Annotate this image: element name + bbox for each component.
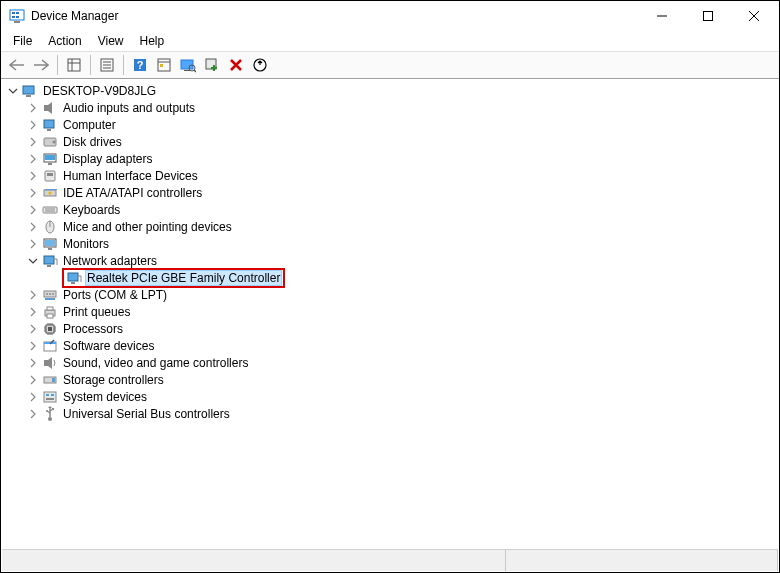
chevron-right-icon[interactable]	[26, 305, 40, 319]
add-hardware-button[interactable]	[201, 54, 223, 76]
tree-category[interactable]: Network adapters	[2, 252, 778, 269]
scan-hardware-button[interactable]	[177, 54, 199, 76]
chevron-right-icon[interactable]	[26, 169, 40, 183]
svg-point-41	[49, 191, 52, 194]
ports-icon	[42, 287, 58, 303]
properties-button[interactable]	[96, 54, 118, 76]
svg-rect-77	[52, 408, 54, 410]
storage-icon	[42, 372, 58, 388]
svg-rect-49	[45, 240, 55, 246]
svg-rect-5	[14, 21, 20, 23]
back-button[interactable]	[6, 54, 28, 76]
chevron-right-icon[interactable]	[26, 118, 40, 132]
category-label: Disk drives	[62, 135, 123, 149]
toolbar-separator	[57, 55, 58, 75]
svg-rect-7	[704, 12, 713, 21]
audio-icon	[42, 100, 58, 116]
chevron-right-icon[interactable]	[26, 203, 40, 217]
chevron-right-icon[interactable]	[26, 407, 40, 421]
help-button[interactable]: ?	[129, 54, 151, 76]
maximize-button[interactable]	[685, 1, 731, 31]
menu-action[interactable]: Action	[40, 32, 89, 50]
tree-category[interactable]: Processors	[2, 320, 778, 337]
status-bar	[2, 549, 778, 571]
chevron-right-icon[interactable]	[26, 373, 40, 387]
monitor-icon	[42, 236, 58, 252]
device-tree[interactable]: DESKTOP-V9D8JLGAudio inputs and outputsC…	[2, 80, 778, 542]
highlight-box: Realtek PCIe GBE Family Controller	[62, 268, 285, 288]
tree-root[interactable]: DESKTOP-V9D8JLG	[2, 82, 778, 99]
svg-rect-42	[45, 189, 57, 190]
tree-category[interactable]: IDE ATA/ATAPI controllers	[2, 184, 778, 201]
chevron-right-icon[interactable]	[26, 339, 40, 353]
software-icon	[42, 338, 58, 354]
action-button[interactable]	[153, 54, 175, 76]
tree-category[interactable]: Human Interface Devices	[2, 167, 778, 184]
show-hide-tree-button[interactable]	[63, 54, 85, 76]
tree-category[interactable]: Keyboards	[2, 201, 778, 218]
svg-rect-21	[160, 64, 163, 67]
svg-rect-59	[45, 298, 55, 300]
svg-rect-22	[181, 60, 193, 69]
close-button[interactable]	[731, 1, 777, 31]
update-driver-button[interactable]	[249, 54, 271, 76]
tree-category[interactable]: Ports (COM & LPT)	[2, 286, 778, 303]
svg-rect-64	[48, 327, 52, 331]
tree-category[interactable]: Computer	[2, 116, 778, 133]
processor-icon	[42, 321, 58, 337]
menu-file[interactable]: File	[5, 32, 40, 50]
svg-line-25	[194, 70, 196, 72]
chevron-right-icon[interactable]	[26, 237, 40, 251]
tree-device[interactable]: Realtek PCIe GBE Family Controller	[2, 269, 778, 286]
minimize-button[interactable]	[639, 1, 685, 31]
svg-point-74	[48, 417, 52, 421]
usb-icon	[42, 406, 58, 422]
svg-rect-19	[158, 59, 170, 71]
tree-category[interactable]: Sound, video and game controllers	[2, 354, 778, 371]
chevron-right-icon[interactable]	[26, 390, 40, 404]
tree-category[interactable]: Monitors	[2, 235, 778, 252]
device-label: Realtek PCIe GBE Family Controller	[86, 271, 281, 285]
category-label: Mice and other pointing devices	[62, 220, 233, 234]
tree-category[interactable]: Disk drives	[2, 133, 778, 150]
tree-category[interactable]: Storage controllers	[2, 371, 778, 388]
chevron-right-icon[interactable]	[26, 135, 40, 149]
svg-point-76	[46, 410, 48, 412]
tree-category[interactable]: Print queues	[2, 303, 778, 320]
tree-category[interactable]: Mice and other pointing devices	[2, 218, 778, 235]
svg-rect-53	[68, 273, 78, 281]
window-title: Device Manager	[31, 9, 639, 23]
chevron-right-icon[interactable]	[26, 322, 40, 336]
keyboard-icon	[42, 202, 58, 218]
svg-rect-72	[51, 394, 54, 396]
svg-text:?: ?	[137, 59, 144, 71]
chevron-right-icon[interactable]	[26, 288, 40, 302]
tree-category[interactable]: Universal Serial Bus controllers	[2, 405, 778, 422]
menu-help[interactable]: Help	[132, 32, 173, 50]
svg-rect-30	[44, 105, 48, 111]
chevron-down-icon[interactable]	[6, 84, 20, 98]
chevron-right-icon[interactable]	[26, 186, 40, 200]
chevron-right-icon[interactable]	[26, 152, 40, 166]
svg-rect-61	[47, 307, 53, 310]
chevron-right-icon[interactable]	[26, 356, 40, 370]
tree-category[interactable]: Software devices	[2, 337, 778, 354]
svg-rect-32	[47, 129, 51, 131]
title-bar: Device Manager	[1, 1, 779, 31]
svg-point-56	[46, 293, 48, 295]
category-label: IDE ATA/ATAPI controllers	[62, 186, 203, 200]
uninstall-button[interactable]	[225, 54, 247, 76]
toolbar-separator	[90, 55, 91, 75]
svg-rect-3	[12, 16, 15, 18]
menu-view[interactable]: View	[90, 32, 132, 50]
chevron-right-icon[interactable]	[26, 220, 40, 234]
chevron-down-icon[interactable]	[26, 254, 40, 268]
printer-icon	[42, 304, 58, 320]
forward-button[interactable]	[30, 54, 52, 76]
category-label: Processors	[62, 322, 124, 336]
tree-category[interactable]: System devices	[2, 388, 778, 405]
tree-category[interactable]: Display adapters	[2, 150, 778, 167]
tree-category[interactable]: Audio inputs and outputs	[2, 99, 778, 116]
category-label: Computer	[62, 118, 117, 132]
chevron-right-icon[interactable]	[26, 101, 40, 115]
